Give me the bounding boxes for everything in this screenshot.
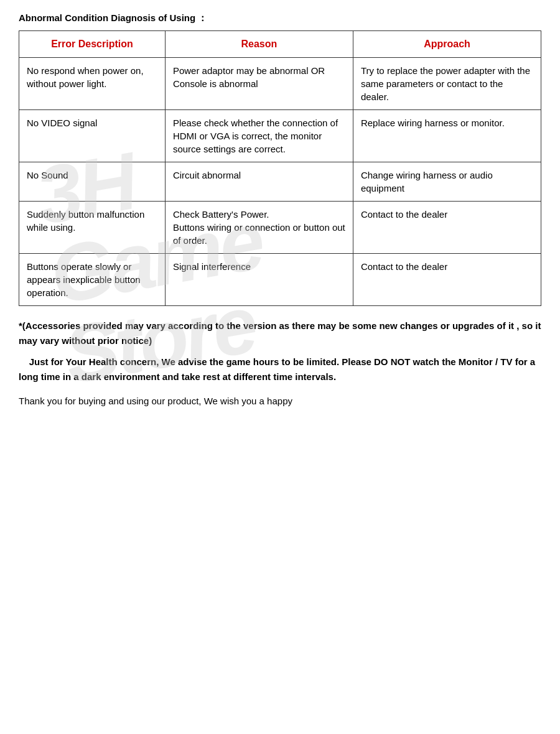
table-row: No VIDEO signalPlease check whether the … [19, 110, 541, 162]
diagnosis-table: Error Description Reason Approach No res… [19, 30, 541, 306]
page-title: Abnormal Condition Diagnosis of Using ： [19, 12, 541, 24]
cell-reason-3: Check Battery's Power.Buttons wiring or … [165, 202, 353, 254]
table-row: No respond when power on, without power … [19, 58, 541, 110]
cell-reason-4: Signal interference [165, 254, 353, 306]
table-row: Suddenly button malfunction while using.… [19, 202, 541, 254]
cell-approach-3: Contact to the dealer [353, 202, 541, 254]
cell-error-1: No VIDEO signal [19, 110, 166, 162]
cell-approach-4: Contact to the dealer [353, 254, 541, 306]
cell-approach-1: Replace wiring harness or monitor. [353, 110, 541, 162]
health-note: Just for Your Health concern, We advise … [19, 355, 541, 384]
cell-error-2: No Sound [19, 162, 166, 202]
cell-approach-2: Change wiring harness or audio equipment [353, 162, 541, 202]
thankyou-text: Thank you for buying and using our produ… [19, 394, 541, 409]
cell-approach-0: Try to replace the power adapter with th… [353, 58, 541, 110]
table-row: Buttons operate slowly or appears inexpl… [19, 254, 541, 306]
cell-reason-0: Power adaptor may be abnormal OR Console… [165, 58, 353, 110]
note-section: *(Accessories provided may vary accordin… [19, 318, 541, 384]
cell-error-4: Buttons operate slowly or appears inexpl… [19, 254, 166, 306]
cell-error-3: Suddenly button malfunction while using. [19, 202, 166, 254]
cell-reason-2: Circuit abnormal [165, 162, 353, 202]
header-reason: Reason [165, 31, 353, 58]
accessories-note: *(Accessories provided may vary accordin… [19, 318, 541, 348]
header-error: Error Description [19, 31, 166, 58]
cell-reason-1: Please check whether the connection of H… [165, 110, 353, 162]
header-approach: Approach [353, 31, 541, 58]
cell-error-0: No respond when power on, without power … [19, 58, 166, 110]
table-row: No SoundCircuit abnormalChange wiring ha… [19, 162, 541, 202]
